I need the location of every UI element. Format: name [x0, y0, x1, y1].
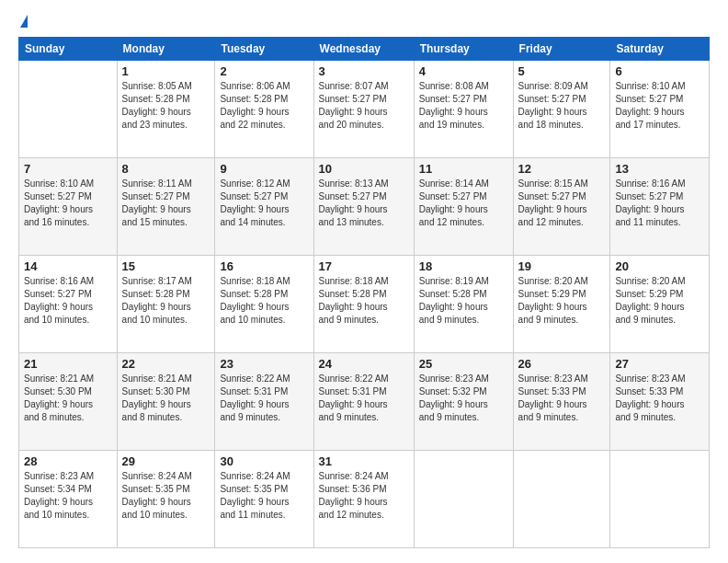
day-info: Sunrise: 8:18 AMSunset: 5:28 PMDaylight:…	[220, 275, 308, 327]
calendar-cell: 12Sunrise: 8:15 AMSunset: 5:27 PMDayligh…	[513, 158, 610, 256]
day-number: 26	[518, 357, 606, 371]
calendar-cell: 13Sunrise: 8:16 AMSunset: 5:27 PMDayligh…	[610, 158, 710, 256]
day-info: Sunrise: 8:16 AMSunset: 5:27 PMDaylight:…	[615, 178, 704, 229]
day-info: Sunrise: 8:09 AMSunset: 5:27 PMDaylight:…	[518, 80, 606, 132]
calendar-cell: 20Sunrise: 8:20 AMSunset: 5:29 PMDayligh…	[610, 256, 710, 353]
day-info: Sunrise: 8:12 AMSunset: 5:27 PMDaylight:…	[220, 178, 308, 229]
day-info: Sunrise: 8:18 AMSunset: 5:28 PMDaylight:…	[319, 275, 409, 327]
day-info: Sunrise: 8:17 AMSunset: 5:28 PMDaylight:…	[122, 275, 210, 327]
calendar-cell	[610, 451, 710, 548]
day-info: Sunrise: 8:23 AMSunset: 5:33 PMDaylight:…	[518, 373, 606, 424]
day-info: Sunrise: 8:21 AMSunset: 5:30 PMDaylight:…	[24, 373, 112, 424]
week-row-2: 7Sunrise: 8:10 AMSunset: 5:27 PMDaylight…	[19, 158, 710, 256]
calendar-cell	[513, 451, 610, 548]
day-info: Sunrise: 8:06 AMSunset: 5:28 PMDaylight:…	[220, 80, 308, 132]
day-info: Sunrise: 8:19 AMSunset: 5:28 PMDaylight:…	[419, 275, 508, 327]
day-header-saturday: Saturday	[610, 38, 710, 61]
day-info: Sunrise: 8:23 AMSunset: 5:33 PMDaylight:…	[615, 373, 704, 424]
calendar-cell: 8Sunrise: 8:11 AMSunset: 5:27 PMDaylight…	[117, 158, 215, 256]
day-number: 23	[220, 357, 308, 371]
day-number: 5	[518, 64, 606, 78]
calendar-cell	[414, 451, 513, 548]
day-number: 11	[419, 162, 508, 176]
calendar-cell	[19, 61, 118, 158]
calendar-cell: 15Sunrise: 8:17 AMSunset: 5:28 PMDayligh…	[117, 256, 215, 353]
week-row-5: 28Sunrise: 8:23 AMSunset: 5:34 PMDayligh…	[19, 451, 710, 548]
day-number: 9	[220, 162, 308, 176]
header-row: SundayMondayTuesdayWednesdayThursdayFrid…	[19, 38, 710, 61]
day-info: Sunrise: 8:13 AMSunset: 5:27 PMDaylight:…	[319, 178, 409, 229]
day-number: 25	[419, 357, 508, 371]
day-info: Sunrise: 8:24 AMSunset: 5:35 PMDaylight:…	[220, 470, 308, 522]
calendar-cell: 4Sunrise: 8:08 AMSunset: 5:27 PMDaylight…	[414, 61, 513, 158]
calendar-cell: 6Sunrise: 8:10 AMSunset: 5:27 PMDaylight…	[610, 61, 710, 158]
day-number: 22	[122, 357, 210, 371]
day-info: Sunrise: 8:24 AMSunset: 5:36 PMDaylight:…	[319, 470, 409, 522]
day-number: 31	[319, 454, 409, 468]
day-number: 16	[220, 259, 308, 273]
calendar-cell: 25Sunrise: 8:23 AMSunset: 5:32 PMDayligh…	[414, 353, 513, 451]
calendar-cell: 21Sunrise: 8:21 AMSunset: 5:30 PMDayligh…	[19, 353, 118, 451]
day-number: 4	[419, 64, 508, 78]
week-row-4: 21Sunrise: 8:21 AMSunset: 5:30 PMDayligh…	[19, 353, 710, 451]
day-number: 7	[24, 162, 112, 176]
day-info: Sunrise: 8:16 AMSunset: 5:27 PMDaylight:…	[24, 275, 112, 327]
day-info: Sunrise: 8:10 AMSunset: 5:27 PMDaylight:…	[24, 178, 112, 229]
calendar-cell: 1Sunrise: 8:05 AMSunset: 5:28 PMDaylight…	[117, 61, 215, 158]
calendar-cell: 19Sunrise: 8:20 AMSunset: 5:29 PMDayligh…	[513, 256, 610, 353]
day-header-sunday: Sunday	[19, 38, 118, 61]
week-row-3: 14Sunrise: 8:16 AMSunset: 5:27 PMDayligh…	[19, 256, 710, 353]
day-number: 10	[319, 162, 409, 176]
day-info: Sunrise: 8:21 AMSunset: 5:30 PMDaylight:…	[122, 373, 210, 424]
calendar-cell: 14Sunrise: 8:16 AMSunset: 5:27 PMDayligh…	[19, 256, 118, 353]
logo-line1	[18, 15, 28, 28]
calendar-cell: 31Sunrise: 8:24 AMSunset: 5:36 PMDayligh…	[313, 451, 414, 548]
day-info: Sunrise: 8:05 AMSunset: 5:28 PMDaylight:…	[122, 80, 210, 132]
calendar-cell: 16Sunrise: 8:18 AMSunset: 5:28 PMDayligh…	[215, 256, 313, 353]
calendar-cell: 29Sunrise: 8:24 AMSunset: 5:35 PMDayligh…	[117, 451, 215, 548]
day-header-friday: Friday	[513, 38, 610, 61]
day-number: 14	[24, 259, 112, 273]
day-number: 28	[24, 454, 112, 468]
day-info: Sunrise: 8:10 AMSunset: 5:27 PMDaylight:…	[615, 80, 704, 132]
calendar-cell: 28Sunrise: 8:23 AMSunset: 5:34 PMDayligh…	[19, 451, 118, 548]
day-number: 27	[615, 357, 704, 371]
day-number: 19	[518, 259, 606, 273]
calendar-cell: 5Sunrise: 8:09 AMSunset: 5:27 PMDaylight…	[513, 61, 610, 158]
logo	[18, 15, 28, 28]
day-header-thursday: Thursday	[414, 38, 513, 61]
calendar-cell: 22Sunrise: 8:21 AMSunset: 5:30 PMDayligh…	[117, 353, 215, 451]
calendar-cell: 3Sunrise: 8:07 AMSunset: 5:27 PMDaylight…	[313, 61, 414, 158]
day-number: 6	[615, 64, 704, 78]
day-info: Sunrise: 8:20 AMSunset: 5:29 PMDaylight:…	[615, 275, 704, 327]
day-info: Sunrise: 8:11 AMSunset: 5:27 PMDaylight:…	[122, 178, 210, 229]
calendar-cell: 11Sunrise: 8:14 AMSunset: 5:27 PMDayligh…	[414, 158, 513, 256]
logo-triangle-icon	[20, 15, 28, 28]
day-number: 13	[615, 162, 704, 176]
calendar-cell: 18Sunrise: 8:19 AMSunset: 5:28 PMDayligh…	[414, 256, 513, 353]
calendar-cell: 7Sunrise: 8:10 AMSunset: 5:27 PMDaylight…	[19, 158, 118, 256]
header	[18, 15, 710, 28]
day-number: 12	[518, 162, 606, 176]
calendar-cell: 2Sunrise: 8:06 AMSunset: 5:28 PMDaylight…	[215, 61, 313, 158]
day-info: Sunrise: 8:22 AMSunset: 5:31 PMDaylight:…	[220, 373, 308, 424]
day-info: Sunrise: 8:24 AMSunset: 5:35 PMDaylight:…	[122, 470, 210, 522]
calendar-page: SundayMondayTuesdayWednesdayThursdayFrid…	[0, 0, 728, 563]
day-header-monday: Monday	[117, 38, 215, 61]
calendar-cell: 23Sunrise: 8:22 AMSunset: 5:31 PMDayligh…	[215, 353, 313, 451]
day-info: Sunrise: 8:15 AMSunset: 5:27 PMDaylight:…	[518, 178, 606, 229]
calendar-table: SundayMondayTuesdayWednesdayThursdayFrid…	[18, 37, 710, 548]
day-number: 17	[319, 259, 409, 273]
day-info: Sunrise: 8:14 AMSunset: 5:27 PMDaylight:…	[419, 178, 508, 229]
calendar-cell: 24Sunrise: 8:22 AMSunset: 5:31 PMDayligh…	[313, 353, 414, 451]
day-info: Sunrise: 8:20 AMSunset: 5:29 PMDaylight:…	[518, 275, 606, 327]
day-number: 20	[615, 259, 704, 273]
day-number: 1	[122, 64, 210, 78]
day-info: Sunrise: 8:23 AMSunset: 5:32 PMDaylight:…	[419, 373, 508, 424]
day-info: Sunrise: 8:23 AMSunset: 5:34 PMDaylight:…	[24, 470, 112, 522]
day-header-tuesday: Tuesday	[215, 38, 313, 61]
day-number: 24	[319, 357, 409, 371]
day-number: 30	[220, 454, 308, 468]
day-number: 29	[122, 454, 210, 468]
day-number: 2	[220, 64, 308, 78]
